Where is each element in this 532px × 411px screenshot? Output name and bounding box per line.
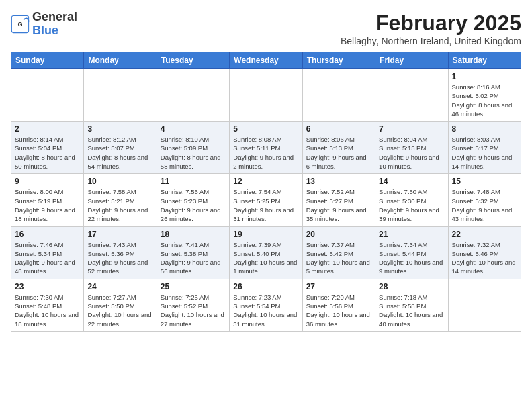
day-number: 6 bbox=[306, 124, 371, 134]
day-cell bbox=[448, 279, 521, 331]
header-cell-monday: Monday bbox=[84, 52, 157, 69]
day-number: 11 bbox=[161, 177, 226, 186]
header-cell-wednesday: Wednesday bbox=[230, 52, 302, 69]
day-cell bbox=[302, 69, 375, 122]
header-cell-thursday: Thursday bbox=[302, 52, 375, 69]
day-info: Sunrise: 7:48 AM Sunset: 5:32 PM Dayligh… bbox=[452, 187, 517, 223]
day-info: Sunrise: 8:00 AM Sunset: 5:19 PM Dayligh… bbox=[15, 187, 80, 223]
day-number: 10 bbox=[87, 177, 152, 186]
week-row-1: 1Sunrise: 8:16 AM Sunset: 5:02 PM Daylig… bbox=[11, 69, 521, 122]
day-number: 26 bbox=[233, 282, 298, 291]
day-info: Sunrise: 7:20 AM Sunset: 5:56 PM Dayligh… bbox=[306, 293, 371, 328]
day-number: 23 bbox=[15, 282, 80, 291]
day-info: Sunrise: 8:06 AM Sunset: 5:13 PM Dayligh… bbox=[306, 135, 371, 171]
day-number: 12 bbox=[233, 177, 298, 186]
day-cell: 9Sunrise: 8:00 AM Sunset: 5:19 PM Daylig… bbox=[11, 174, 84, 226]
day-cell: 19Sunrise: 7:39 AM Sunset: 5:40 PM Dayli… bbox=[230, 226, 302, 279]
day-cell: 16Sunrise: 7:46 AM Sunset: 5:34 PM Dayli… bbox=[11, 226, 84, 279]
header-cell-sunday: Sunday bbox=[11, 52, 84, 69]
day-info: Sunrise: 7:39 AM Sunset: 5:40 PM Dayligh… bbox=[233, 240, 298, 276]
day-info: Sunrise: 7:18 AM Sunset: 5:58 PM Dayligh… bbox=[379, 293, 444, 328]
day-cell: 14Sunrise: 7:50 AM Sunset: 5:30 PM Dayli… bbox=[375, 174, 448, 226]
day-cell: 17Sunrise: 7:43 AM Sunset: 5:36 PM Dayli… bbox=[84, 226, 157, 279]
day-cell: 6Sunrise: 8:06 AM Sunset: 5:13 PM Daylig… bbox=[302, 122, 375, 174]
day-cell: 2Sunrise: 8:14 AM Sunset: 5:04 PM Daylig… bbox=[11, 122, 84, 174]
week-row-4: 16Sunrise: 7:46 AM Sunset: 5:34 PM Dayli… bbox=[11, 226, 521, 279]
day-cell bbox=[11, 69, 84, 122]
day-info: Sunrise: 7:37 AM Sunset: 5:42 PM Dayligh… bbox=[306, 240, 371, 276]
day-cell bbox=[84, 69, 157, 122]
day-info: Sunrise: 8:10 AM Sunset: 5:09 PM Dayligh… bbox=[161, 135, 226, 171]
day-info: Sunrise: 7:46 AM Sunset: 5:34 PM Dayligh… bbox=[15, 240, 80, 276]
day-number: 5 bbox=[233, 124, 298, 134]
day-info: Sunrise: 7:52 AM Sunset: 5:27 PM Dayligh… bbox=[306, 187, 371, 223]
title-area: February 2025 Bellaghy, Northern Ireland… bbox=[341, 11, 521, 46]
day-cell: 21Sunrise: 7:34 AM Sunset: 5:44 PM Dayli… bbox=[375, 226, 448, 279]
day-number: 1 bbox=[452, 72, 517, 81]
day-number: 15 bbox=[452, 177, 517, 186]
day-number: 19 bbox=[233, 230, 298, 239]
day-number: 8 bbox=[452, 124, 517, 134]
day-cell: 7Sunrise: 8:04 AM Sunset: 5:15 PM Daylig… bbox=[375, 122, 448, 174]
day-info: Sunrise: 7:32 AM Sunset: 5:46 PM Dayligh… bbox=[452, 240, 517, 276]
day-info: Sunrise: 7:25 AM Sunset: 5:52 PM Dayligh… bbox=[161, 293, 226, 328]
logo-icon: G bbox=[11, 15, 30, 34]
day-cell bbox=[230, 69, 302, 122]
calendar-header: SundayMondayTuesdayWednesdayThursdayFrid… bbox=[11, 52, 521, 69]
week-row-5: 23Sunrise: 7:30 AM Sunset: 5:48 PM Dayli… bbox=[11, 279, 521, 331]
day-cell: 25Sunrise: 7:25 AM Sunset: 5:52 PM Dayli… bbox=[157, 279, 229, 331]
day-info: Sunrise: 7:23 AM Sunset: 5:54 PM Dayligh… bbox=[233, 293, 298, 328]
day-cell bbox=[375, 69, 448, 122]
day-number: 17 bbox=[87, 230, 152, 239]
day-number: 18 bbox=[161, 230, 226, 239]
day-number: 2 bbox=[15, 124, 80, 134]
location: Bellaghy, Northern Ireland, United Kingd… bbox=[341, 36, 521, 46]
day-number: 3 bbox=[87, 124, 152, 134]
day-info: Sunrise: 7:43 AM Sunset: 5:36 PM Dayligh… bbox=[87, 240, 152, 276]
day-number: 28 bbox=[379, 282, 444, 291]
logo-text: General Blue bbox=[32, 11, 77, 38]
day-cell: 12Sunrise: 7:54 AM Sunset: 5:25 PM Dayli… bbox=[230, 174, 302, 226]
day-cell: 5Sunrise: 8:08 AM Sunset: 5:11 PM Daylig… bbox=[230, 122, 302, 174]
day-number: 14 bbox=[379, 177, 444, 186]
header-cell-tuesday: Tuesday bbox=[157, 52, 229, 69]
day-cell: 3Sunrise: 8:12 AM Sunset: 5:07 PM Daylig… bbox=[84, 122, 157, 174]
day-info: Sunrise: 8:08 AM Sunset: 5:11 PM Dayligh… bbox=[233, 135, 298, 171]
day-number: 27 bbox=[306, 282, 371, 291]
week-row-2: 2Sunrise: 8:14 AM Sunset: 5:04 PM Daylig… bbox=[11, 122, 521, 174]
day-cell: 28Sunrise: 7:18 AM Sunset: 5:58 PM Dayli… bbox=[375, 279, 448, 331]
header-cell-friday: Friday bbox=[375, 52, 448, 69]
day-cell: 20Sunrise: 7:37 AM Sunset: 5:42 PM Dayli… bbox=[302, 226, 375, 279]
day-cell: 13Sunrise: 7:52 AM Sunset: 5:27 PM Dayli… bbox=[302, 174, 375, 226]
week-row-3: 9Sunrise: 8:00 AM Sunset: 5:19 PM Daylig… bbox=[11, 174, 521, 226]
day-cell bbox=[157, 69, 229, 122]
day-cell: 8Sunrise: 8:03 AM Sunset: 5:17 PM Daylig… bbox=[448, 122, 521, 174]
calendar-body: 1Sunrise: 8:16 AM Sunset: 5:02 PM Daylig… bbox=[11, 69, 521, 332]
day-number: 4 bbox=[161, 124, 226, 134]
header-cell-saturday: Saturday bbox=[448, 52, 521, 69]
day-number: 20 bbox=[306, 230, 371, 239]
day-cell: 24Sunrise: 7:27 AM Sunset: 5:50 PM Dayli… bbox=[84, 279, 157, 331]
day-info: Sunrise: 7:41 AM Sunset: 5:38 PM Dayligh… bbox=[161, 240, 226, 276]
day-cell: 22Sunrise: 7:32 AM Sunset: 5:46 PM Dayli… bbox=[448, 226, 521, 279]
day-info: Sunrise: 8:16 AM Sunset: 5:02 PM Dayligh… bbox=[452, 83, 517, 118]
day-number: 21 bbox=[379, 230, 444, 239]
day-info: Sunrise: 8:03 AM Sunset: 5:17 PM Dayligh… bbox=[452, 135, 517, 171]
day-cell: 27Sunrise: 7:20 AM Sunset: 5:56 PM Dayli… bbox=[302, 279, 375, 331]
day-cell: 15Sunrise: 7:48 AM Sunset: 5:32 PM Dayli… bbox=[448, 174, 521, 226]
day-info: Sunrise: 8:12 AM Sunset: 5:07 PM Dayligh… bbox=[87, 135, 152, 171]
day-info: Sunrise: 7:58 AM Sunset: 5:21 PM Dayligh… bbox=[87, 187, 152, 223]
day-info: Sunrise: 7:34 AM Sunset: 5:44 PM Dayligh… bbox=[379, 240, 444, 276]
day-cell: 10Sunrise: 7:58 AM Sunset: 5:21 PM Dayli… bbox=[84, 174, 157, 226]
day-cell: 1Sunrise: 8:16 AM Sunset: 5:02 PM Daylig… bbox=[448, 69, 521, 122]
day-info: Sunrise: 7:27 AM Sunset: 5:50 PM Dayligh… bbox=[87, 293, 152, 328]
day-info: Sunrise: 8:04 AM Sunset: 5:15 PM Dayligh… bbox=[379, 135, 444, 171]
day-info: Sunrise: 7:56 AM Sunset: 5:23 PM Dayligh… bbox=[161, 187, 226, 223]
day-number: 24 bbox=[87, 282, 152, 291]
svg-text:G: G bbox=[17, 21, 22, 28]
day-number: 13 bbox=[306, 177, 371, 186]
day-cell: 23Sunrise: 7:30 AM Sunset: 5:48 PM Dayli… bbox=[11, 279, 84, 331]
day-cell: 18Sunrise: 7:41 AM Sunset: 5:38 PM Dayli… bbox=[157, 226, 229, 279]
day-info: Sunrise: 7:54 AM Sunset: 5:25 PM Dayligh… bbox=[233, 187, 298, 223]
day-number: 7 bbox=[379, 124, 444, 134]
